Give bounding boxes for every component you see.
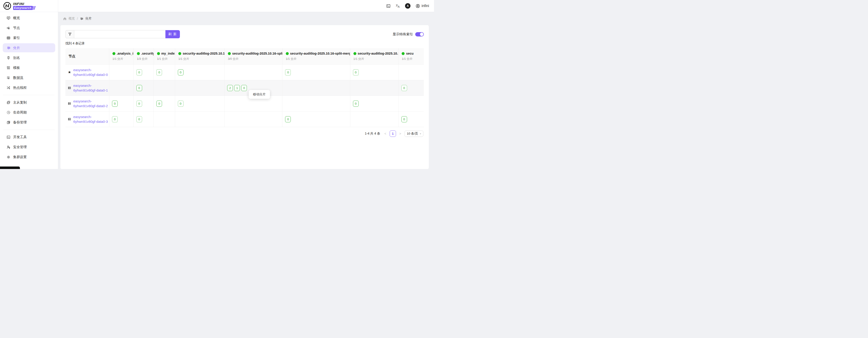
theme-a-icon[interactable]: A <box>405 3 410 9</box>
index-name-label: secu <box>406 52 413 55</box>
shard-cell <box>224 64 282 80</box>
index-name-label: security-auditlog-2025.10.16-split <box>232 52 283 55</box>
filter-funnel-icon <box>65 30 74 38</box>
topbar-actions: 文A A infini <box>386 3 434 9</box>
shuffle-icon <box>6 86 10 90</box>
sidebar-item-backup[interactable]: 备份管理 <box>3 118 55 127</box>
sidebar-item-templates[interactable]: 模板 <box>3 63 55 72</box>
index-column-header: my_index1/1 分片 <box>154 48 175 64</box>
refresh-button[interactable]: 刷 新 <box>165 30 180 38</box>
content-card: 刷 新 显示特殊索引 找到 4 条记录 节点.analysis_ik1/1 分片… <box>60 25 429 169</box>
shard-cell <box>224 111 282 127</box>
primary-shard-badge[interactable]: 0 <box>241 85 247 91</box>
primary-shard-badge[interactable]: 1 <box>234 85 240 91</box>
sidebar-item-label: 备份管理 <box>13 120 27 124</box>
primary-shard-badge[interactable]: 0 <box>156 101 162 107</box>
node-link[interactable]: easysearch-6yhwn91v80gf-data0-1 <box>73 83 108 93</box>
shard-cell: 0 <box>154 96 175 111</box>
primary-shard-badge[interactable]: 2 <box>227 85 233 91</box>
special-index-toggle[interactable] <box>415 32 424 36</box>
shard-cell <box>399 96 424 111</box>
pagination: 1-4 共 4 条 < 1 > 10 条/页 ▾ <box>65 131 424 137</box>
primary-shard-badge[interactable]: 0 <box>401 116 407 122</box>
breadcrumb-overview-link[interactable]: 概览 <box>68 17 75 21</box>
sidebar-item-label: 索引 <box>13 36 20 40</box>
filter-input[interactable] <box>74 30 165 38</box>
sidebar-item-indices[interactable]: 索引 <box>3 33 55 43</box>
index-name-label: .security <box>141 52 154 55</box>
replica-shard-badge[interactable]: 0 <box>285 69 291 76</box>
sidebar-divider <box>3 95 55 95</box>
primary-shard-badge[interactable]: 0 <box>285 116 291 122</box>
pagination-next-icon[interactable]: > <box>398 132 403 136</box>
shard-cell <box>282 96 350 111</box>
home-icon[interactable] <box>63 17 66 20</box>
pagination-page-1[interactable]: 1 <box>390 131 396 137</box>
replica-shard-badge[interactable]: 0 <box>178 101 184 107</box>
shard-cell <box>350 80 399 96</box>
replica-shard-badge[interactable]: 0 <box>112 116 118 122</box>
node-link[interactable]: easysearch-6yhwn91v80gf-data0-3 <box>73 114 108 124</box>
sidebar-item-label: 节点 <box>13 26 20 30</box>
primary-shard-badge[interactable]: 0 <box>112 101 118 107</box>
index-health-dot <box>178 52 181 55</box>
template-icon <box>6 66 10 70</box>
sidebar-item-lifecycle[interactable]: 生命周期 <box>3 108 55 117</box>
sidebar-item-hot-threads[interactable]: 热点线程 <box>3 83 55 92</box>
sidebar-bottom-bar <box>0 167 20 169</box>
node-link[interactable]: easysearch-6yhwn91v80gf-data0-2 <box>73 99 108 108</box>
shard-cell: 0 <box>134 96 154 111</box>
move-shard-tooltip: 移动分片 <box>249 90 270 99</box>
gear-icon <box>6 155 10 159</box>
copy-icon <box>6 101 10 105</box>
sidebar-item-label: 安全管理 <box>13 145 27 149</box>
table-header-row: 节点.analysis_ik1/1 分片.security1/3 分片my_in… <box>65 48 424 64</box>
page-size-select[interactable]: 10 条/页 ▾ <box>405 131 423 137</box>
chevron-down-icon: ▾ <box>420 132 421 135</box>
pagination-prev-icon[interactable]: < <box>383 132 388 136</box>
security-icon <box>6 145 10 149</box>
sidebar-item-security[interactable]: 安全管理 <box>3 142 55 151</box>
shard-cell <box>154 80 175 96</box>
node-link[interactable]: easysearch-6yhwn91v80gf-data0-0 <box>73 67 108 77</box>
replica-shard-badge[interactable]: 0 <box>353 69 359 76</box>
replica-shard-badge[interactable]: 0 <box>136 116 142 122</box>
backup-icon <box>6 120 10 124</box>
replica-shard-badge[interactable]: 0 <box>156 69 162 76</box>
replica-shard-badge[interactable]: 0 <box>401 85 407 91</box>
index-name-label: security-auditlog-2025.10.16-split-merge <box>290 52 350 55</box>
shard-cell <box>175 111 225 127</box>
breadcrumb: 概览 / 分片 <box>58 12 434 25</box>
top-bar: INFINI Easysearch 文A A infini <box>0 0 434 12</box>
sidebar-item-overview[interactable]: 概览 <box>3 13 55 22</box>
sidebar-item-shards[interactable]: 分片 <box>3 43 55 52</box>
sidebar-item-alias[interactable]: 别名 <box>3 53 55 62</box>
user-menu[interactable]: infini <box>415 4 429 8</box>
filter-group: 刷 新 <box>65 30 180 38</box>
sidebar-item-cluster-settings[interactable]: 集群设置 <box>3 152 55 162</box>
brand-logo[interactable]: INFINI Easysearch <box>0 0 58 12</box>
replica-shard-badge[interactable]: 0 <box>136 101 142 107</box>
primary-shard-badge[interactable]: 0 <box>178 69 184 76</box>
shard-cell <box>350 111 399 127</box>
shard-cell: 0 <box>109 96 134 111</box>
user-circle-icon <box>415 4 420 8</box>
shards-table: 节点.analysis_ik1/1 分片.security1/3 分片my_in… <box>65 48 424 127</box>
index-name-label: security-auditlog-2025.10.16 <box>183 52 225 55</box>
sidebar-item-dev-tools[interactable]: 开发工具 <box>3 133 55 142</box>
shard-cell <box>175 80 225 96</box>
primary-shard-badge[interactable]: 0 <box>136 85 142 91</box>
translate-icon[interactable]: 文A <box>396 4 400 8</box>
primary-shard-badge[interactable]: 0 <box>353 101 359 107</box>
table-row: easysearch-6yhwn91v80gf-data0-102100 <box>65 80 424 96</box>
sidebar-item-replication[interactable]: 主从复制 <box>3 98 55 107</box>
sidebar-item-datastream[interactable]: 数据流 <box>3 73 55 82</box>
terminal-icon <box>6 135 10 139</box>
sidebar-item-nodes[interactable]: 节点 <box>3 23 55 32</box>
shard-cell: 0 <box>399 80 424 96</box>
index-name-label: security-auditlog-2025.10.17 <box>358 52 399 55</box>
sidebar-item-label: 别名 <box>13 56 20 60</box>
svg-text:A: A <box>398 5 400 8</box>
terminal-icon[interactable] <box>386 4 391 8</box>
replica-shard-badge[interactable]: 0 <box>136 69 142 76</box>
